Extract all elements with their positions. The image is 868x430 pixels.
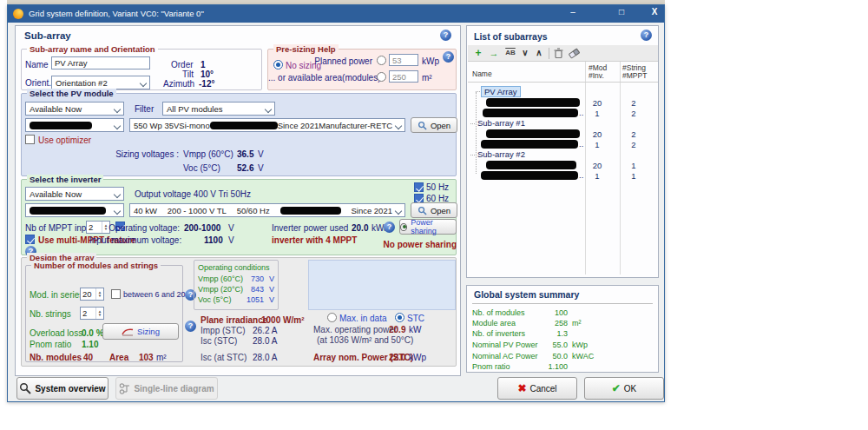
tree-row[interactable]: 20 2: [467, 129, 658, 139]
pv-open-button[interactable]: Open: [411, 117, 457, 133]
inverter-manufacturer-select[interactable]: [25, 203, 124, 217]
inverter-availability-select[interactable]: Available Now: [25, 187, 124, 201]
pv-availability-select[interactable]: Available Now: [25, 102, 124, 116]
magnifier-icon: [418, 121, 427, 130]
no-sizing-radio[interactable]: [273, 60, 283, 69]
system-overview-button[interactable]: System overview: [16, 377, 108, 400]
summary-unit: m²: [572, 319, 582, 327]
add-subarray-icon[interactable]: +: [472, 47, 484, 59]
tree-node-label[interactable]: PV Array: [481, 86, 521, 97]
subarrays-list-help-icon[interactable]: ?: [641, 30, 652, 41]
tree-row[interactable]: PV Array: [467, 86, 658, 96]
pv-module-section-title: Select the PV module: [27, 89, 116, 98]
summary-title: Global system summary: [474, 289, 579, 300]
move-subarray-icon[interactable]: →: [488, 48, 500, 58]
presizing-help-icon[interactable]: ?: [443, 51, 454, 63]
tree-cell-string: 2: [621, 129, 647, 139]
tilt-value: 10°: [201, 69, 214, 79]
title-bar[interactable]: Grid system definition, Variant VC0: "Va…: [8, 5, 664, 23]
stc-radio[interactable]: [395, 313, 404, 322]
voc5-unit: V: [269, 295, 274, 304]
summary-panel: Global system summary Nb. of modules 100…: [466, 285, 659, 373]
available-area-radio[interactable]: [377, 72, 386, 82]
inverter-availability-value: Available Now: [30, 189, 82, 199]
power-sharing-button[interactable]: Power sharing: [399, 219, 457, 235]
pv-module-select[interactable]: 550 Wp 35V Si-mono Since 2021 Manufactur…: [129, 118, 405, 132]
area-label: Area: [109, 353, 128, 362]
mod-in-series-stepper[interactable]: 20▲▼: [80, 288, 104, 301]
stepper-arrows-icon[interactable]: ▲▼: [95, 288, 103, 300]
pv-filter-select[interactable]: All PV modules: [162, 102, 275, 116]
stepper-arrows-icon[interactable]: ▲▼: [95, 308, 103, 319]
close-button[interactable]: X: [643, 7, 666, 21]
tree-cell-mod: 1: [584, 171, 610, 181]
max-in-data-radio[interactable]: [327, 313, 337, 322]
sizing-help-icon[interactable]: ?: [185, 321, 196, 332]
maximize-button[interactable]: □: [610, 7, 633, 21]
nb-strings-stepper[interactable]: 2▲▼: [80, 307, 104, 320]
delete-subarray-icon[interactable]: [554, 48, 563, 61]
subarray-help-icon[interactable]: ?: [440, 30, 451, 41]
vmpp-60-unit: V: [258, 149, 264, 159]
tree-node-label[interactable]: Sub-array #1: [477, 118, 525, 128]
column-header-mppt[interactable]: #MPPT: [622, 71, 647, 80]
operating-voltage-unit: V: [228, 223, 234, 233]
ok-label: OK: [624, 384, 636, 394]
operating-conditions-panel: Operating conditions Vmpp (60°C) 730 V V…: [194, 260, 279, 310]
planned-power-radio[interactable]: [377, 56, 386, 65]
between-6-20-label: between 6 and 20: [123, 290, 186, 299]
max-in-data-label: Max. in data: [339, 314, 386, 323]
column-header-name[interactable]: Name: [472, 69, 492, 78]
power-used-help-icon[interactable]: ?: [384, 222, 395, 233]
tree-row[interactable]: .. 1 1: [467, 170, 658, 181]
inverter-freq: 50/60 Hz: [237, 206, 270, 215]
move-down-icon[interactable]: ∨: [519, 48, 531, 57]
between-6-20-checkbox[interactable]: [111, 289, 121, 299]
multi-mppt-checkbox[interactable]: [25, 235, 35, 244]
tree-node-label[interactable]: Sub-array #2: [477, 149, 525, 159]
sizing-button[interactable]: Sizing: [102, 323, 179, 340]
inverter-power-used-label: Inverter power used: [272, 223, 348, 233]
subarray-panel-title: Sub-array: [24, 30, 71, 41]
available-area-label: ... or available area(modules): [268, 73, 372, 83]
screenshot-canvas: Grid system definition, Variant VC0: "Va…: [0, 0, 868, 430]
tree-row[interactable]: .. 1 2: [467, 108, 658, 118]
rename-subarray-icon[interactable]: AB: [503, 49, 517, 56]
freq-50hz-checkbox[interactable]: [414, 182, 424, 192]
subarray-name-input[interactable]: PV Array: [51, 56, 150, 69]
clear-subarray-icon[interactable]: [569, 48, 580, 61]
tree-row[interactable]: Sub-array #1: [467, 118, 658, 129]
redacted-inverter-manufacturer: [30, 207, 106, 215]
use-optimizer-checkbox[interactable]: [25, 135, 35, 144]
overload-loss-value: 0.0 %: [82, 328, 104, 338]
ok-button[interactable]: ✔ OK: [584, 377, 664, 400]
area-unit: m²: [156, 353, 167, 362]
orientation-select[interactable]: Orientation #2: [51, 76, 150, 89]
pv-module-since: Since 2021: [278, 121, 319, 130]
inverter-model-select[interactable]: 40 kW 200 - 1000 V TL 50/60 Hz Since 202…: [129, 203, 405, 217]
inverter-open-button[interactable]: Open: [411, 202, 457, 218]
planned-power-input[interactable]: 53: [389, 54, 418, 66]
summary-label: Nb. of inverters: [472, 329, 525, 338]
window-title: Grid system definition, Variant VC0: "Va…: [29, 9, 204, 18]
tree-row[interactable]: Sub-array #2: [467, 149, 658, 160]
move-up-icon[interactable]: ∧: [533, 48, 545, 57]
pv-manufacturer-select[interactable]: [25, 118, 124, 132]
column-header-inv[interactable]: #Inv.: [589, 71, 604, 80]
available-area-input[interactable]: 250: [389, 70, 418, 83]
array-nom-power-value: 22.0: [389, 353, 405, 362]
vmpp-60-value: 36.5: [237, 149, 253, 159]
pv-module-power: 550 Wp 35V: [134, 121, 179, 130]
tree-row[interactable]: 20 1: [467, 160, 658, 170]
cancel-button[interactable]: ✖ Cancel: [497, 377, 577, 400]
order-value: 1: [201, 60, 206, 69]
tree-row[interactable]: 20 2: [467, 97, 658, 108]
vmpp60-label: Vmpp (60°C): [198, 275, 243, 283]
no-power-sharing-note: No power sharing: [370, 240, 457, 249]
single-line-diagram-button[interactable]: Single-line diagram: [115, 377, 218, 400]
minimize-button[interactable]: –: [562, 7, 584, 21]
max-operating-power-label: Max. operating power: [313, 325, 397, 334]
toolbar-separator: [549, 48, 549, 59]
tree-row[interactable]: .. 1 2: [467, 139, 658, 149]
vmpp60-unit: V: [269, 275, 274, 283]
